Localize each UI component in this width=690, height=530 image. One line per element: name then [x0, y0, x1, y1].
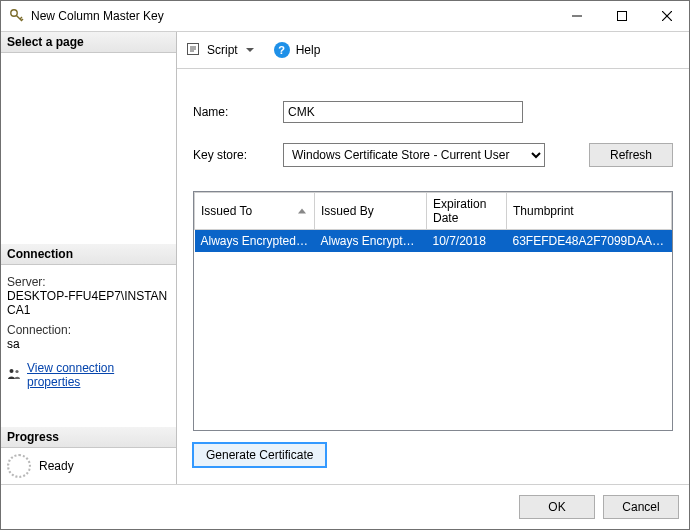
- connection-header: Connection: [1, 244, 176, 265]
- cancel-button[interactable]: Cancel: [603, 495, 679, 519]
- connection-value: sa: [7, 337, 170, 351]
- col-issued-to[interactable]: Issued To: [195, 193, 315, 230]
- sidebar: Select a page Connection Server: DESKTOP…: [1, 32, 177, 484]
- people-icon: [7, 367, 21, 384]
- table-header-row: Issued To Issued By Expiration Date Thum…: [195, 193, 672, 230]
- view-connection-properties-link[interactable]: View connection properties: [27, 361, 170, 389]
- refresh-button[interactable]: Refresh: [589, 143, 673, 167]
- svg-point-0: [11, 10, 17, 16]
- select-page-header: Select a page: [1, 32, 176, 53]
- toolbar: Script ? Help: [177, 32, 689, 69]
- window-title: New Column Master Key: [31, 9, 554, 23]
- maximize-button[interactable]: [599, 1, 644, 31]
- keystore-label: Key store:: [193, 148, 271, 162]
- svg-rect-2: [617, 12, 626, 21]
- generate-certificate-button[interactable]: Generate Certificate: [193, 443, 326, 467]
- chevron-down-icon[interactable]: [246, 48, 254, 52]
- server-value: DESKTOP-FFU4EP7\INSTANCA1: [7, 289, 170, 317]
- close-button[interactable]: [644, 1, 689, 31]
- col-thumbprint[interactable]: Thumbprint: [507, 193, 672, 230]
- col-expiration[interactable]: Expiration Date: [427, 193, 507, 230]
- connection-panel: Server: DESKTOP-FFU4EP7\INSTANCA1 Connec…: [1, 265, 176, 393]
- window-controls: [554, 1, 689, 31]
- cell-thumbprint: 63FEFDE48A2F7099DAAD24...: [507, 230, 672, 253]
- name-input[interactable]: [283, 101, 523, 123]
- minimize-button[interactable]: [554, 1, 599, 31]
- server-label: Server:: [7, 275, 170, 289]
- progress-status: Ready: [39, 459, 74, 473]
- dialog-footer: OK Cancel: [1, 484, 689, 529]
- ok-button[interactable]: OK: [519, 495, 595, 519]
- col-issued-by[interactable]: Issued By: [315, 193, 427, 230]
- certificates-table: Issued To Issued By Expiration Date Thum…: [193, 191, 673, 431]
- keystore-select[interactable]: Windows Certificate Store - Current User: [283, 143, 545, 167]
- cell-expiration: 10/7/2018: [427, 230, 507, 253]
- script-button[interactable]: Script: [207, 43, 238, 57]
- help-button[interactable]: Help: [296, 43, 321, 57]
- cell-issued-by: Always Encrypted ...: [315, 230, 427, 253]
- connection-label: Connection:: [7, 323, 170, 337]
- sort-asc-icon: [298, 209, 306, 214]
- titlebar: New Column Master Key: [1, 1, 689, 32]
- progress-panel: Ready: [1, 448, 176, 484]
- progress-header: Progress: [1, 427, 176, 448]
- cell-issued-to: Always Encrypted ...: [195, 230, 315, 253]
- help-icon: ?: [274, 42, 290, 58]
- main-panel: Script ? Help Name: Key store: Windows C…: [177, 32, 689, 484]
- table-row[interactable]: Always Encrypted ... Always Encrypted ..…: [195, 230, 672, 253]
- dialog-new-column-master-key: New Column Master Key Select a page Conn…: [0, 0, 690, 530]
- key-icon: [9, 8, 25, 24]
- svg-point-6: [15, 369, 18, 372]
- progress-spinner-icon: [7, 454, 31, 478]
- name-label: Name:: [193, 105, 271, 119]
- script-icon: [185, 41, 201, 60]
- svg-point-5: [10, 369, 14, 373]
